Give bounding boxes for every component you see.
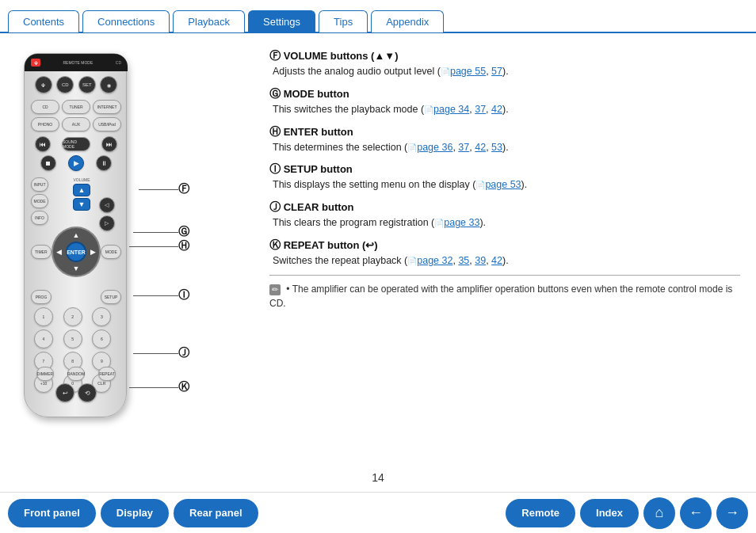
link-53[interactable]: 53 [491, 142, 502, 153]
page-number: 14 [372, 471, 384, 484]
mode-btn[interactable]: MODE [31, 194, 48, 208]
extra-bottom-1[interactable]: ↩ [55, 383, 74, 402]
callout-17: Ⓖ [133, 225, 189, 239]
extra-btn[interactable]: ◉ [100, 76, 117, 93]
timer-btn[interactable]: TIMER [31, 245, 52, 259]
callout-18: Ⓗ [129, 239, 189, 253]
prev-btn[interactable]: ⏮ [35, 136, 51, 152]
src-btn-5[interactable]: AUX [62, 117, 90, 131]
set-btn[interactable]: SET [78, 76, 96, 93]
pencil-icon: ✏ [269, 284, 281, 295]
callout-20: Ⓙ [133, 346, 189, 360]
link-36[interactable]: page 36 [417, 142, 452, 153]
instruction-19: Ⓘ SETUP button This displays the setting… [269, 161, 740, 192]
instructions-panel: Ⓕ VOLUME buttons (▲▼) Adjusts the analog… [269, 41, 756, 492]
link-55[interactable]: page 55 [450, 66, 486, 77]
link-57[interactable]: 57 [491, 66, 502, 77]
instruction-21: Ⓚ REPEAT button (↩) Switches the repeat … [269, 237, 740, 268]
input-btn[interactable]: INPUT [31, 177, 48, 192]
home-btn[interactable]: ⌂ [643, 497, 675, 529]
remote-body: ⏻ REMOTE MODE CD ⏻ CD SET ◉ CD TUNER INT… [24, 53, 127, 417]
link-35[interactable]: 35 [458, 255, 469, 266]
stop-btn[interactable]: ⏹ [40, 155, 56, 171]
num-2[interactable]: 2 [63, 307, 82, 326]
link-39[interactable]: 39 [475, 255, 486, 266]
instruction-16: Ⓕ VOLUME buttons (▲▼) Adjusts the analog… [269, 48, 740, 79]
vol-right-btn[interactable]: ◁ [99, 197, 115, 213]
tab-settings[interactable]: Settings [248, 10, 315, 32]
setup-btn[interactable]: SETUP [101, 290, 121, 304]
instruction-17: Ⓖ MODE button This switches the playback… [269, 86, 740, 117]
remote-illustration-panel: ⏻ REMOTE MODE CD ⏻ CD SET ◉ CD TUNER INT… [0, 41, 269, 492]
display-btn[interactable]: Display [101, 499, 169, 527]
link-32[interactable]: page 32 [417, 255, 452, 266]
num-5[interactable]: 5 [63, 329, 82, 348]
src-btn-1[interactable]: CD [31, 100, 59, 114]
forward-btn[interactable]: → [716, 497, 748, 529]
callout-21: Ⓚ [129, 380, 189, 394]
link-34[interactable]: page 34 [433, 104, 469, 115]
num-4[interactable]: 4 [34, 329, 53, 348]
link-37b[interactable]: 37 [458, 142, 469, 153]
bottom-navigation: Front panel Display Rear panel Remote In… [0, 492, 756, 533]
tab-tips[interactable]: Tips [319, 10, 368, 32]
pause-btn[interactable]: ⏸ [96, 155, 112, 171]
src-btn-2[interactable]: TUNER [62, 100, 90, 114]
link-42[interactable]: 42 [491, 104, 502, 115]
instruction-18: Ⓗ ENTER button This determines the selec… [269, 124, 740, 155]
volume-down-btn[interactable]: ▼ [73, 198, 90, 211]
cursor-pad[interactable]: ▲ ▼ ◀ ▶ ENTER [52, 227, 101, 277]
sound-mode-btn[interactable]: SOUND MODE [62, 137, 90, 151]
callout-16: Ⓕ [139, 182, 189, 196]
mode-right-btn[interactable]: MODE [101, 245, 121, 259]
link-42b[interactable]: 42 [475, 142, 486, 153]
top-navigation: Contents Connections Playback Settings T… [0, 0, 756, 33]
prog-btn[interactable]: PROG [31, 290, 52, 304]
link-33[interactable]: page 33 [444, 217, 479, 228]
info-btn[interactable]: INFO [31, 211, 48, 225]
volume-up-btn[interactable]: ▲ [73, 184, 90, 196]
rear-panel-btn[interactable]: Rear panel [174, 499, 258, 527]
remote-btn[interactable]: Remote [506, 499, 575, 527]
home-icon: ⌂ [655, 504, 664, 521]
power-btn[interactable]: ⏻ [35, 76, 52, 93]
back-icon: ← [689, 504, 703, 521]
link-37[interactable]: 37 [475, 104, 486, 115]
cd-btn[interactable]: CD [56, 76, 74, 93]
link-42c[interactable]: 42 [491, 255, 502, 266]
src-btn-3[interactable]: INTERNET [93, 100, 121, 114]
tab-appendix[interactable]: Appendix [371, 10, 444, 32]
tab-connections[interactable]: Connections [82, 10, 170, 32]
forward-icon: → [725, 504, 739, 521]
random-btn[interactable]: RANDOM [67, 367, 85, 381]
num-1[interactable]: 1 [34, 307, 53, 326]
next-btn[interactable]: ⏭ [101, 136, 117, 152]
src-btn-6[interactable]: USB/iPod [93, 117, 121, 131]
tab-contents[interactable]: Contents [8, 10, 79, 32]
dimmer-btn[interactable]: DIMMER [36, 367, 54, 381]
extra-bottom-2[interactable]: ⟲ [78, 383, 97, 402]
repeat-btn2[interactable]: REPEAT [98, 367, 116, 381]
src-btn-4[interactable]: PHONO [31, 117, 59, 131]
num-3[interactable]: 3 [92, 307, 111, 326]
num-6[interactable]: 6 [92, 329, 111, 348]
front-panel-btn[interactable]: Front panel [8, 499, 96, 527]
back-btn[interactable]: ← [680, 497, 712, 529]
note-block: ✏ • The amplifier can be operated with t… [269, 275, 740, 310]
callout-19: Ⓘ [133, 288, 189, 303]
tab-playback[interactable]: Playback [173, 10, 245, 32]
instruction-20: Ⓙ CLEAR button This clears the program r… [269, 199, 740, 230]
link-53b[interactable]: page 53 [485, 179, 521, 190]
play-btn[interactable]: ▶ [68, 155, 84, 171]
index-btn[interactable]: Index [580, 499, 639, 527]
